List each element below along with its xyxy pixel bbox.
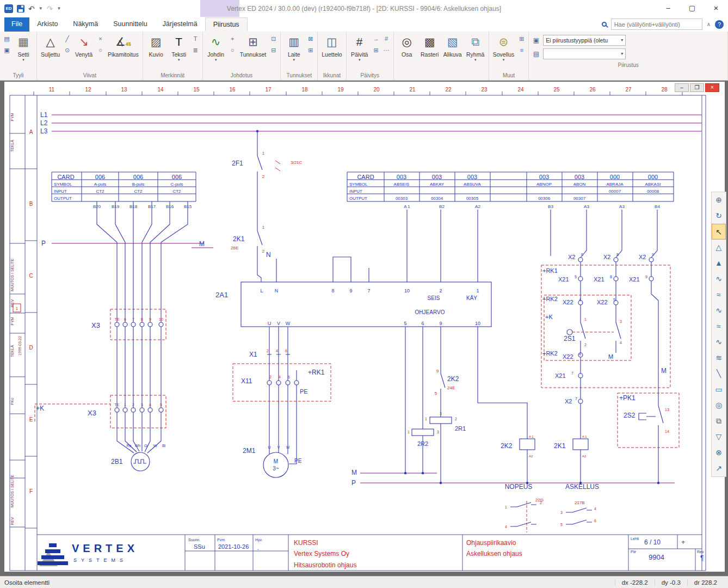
schematic-label: 1 bbox=[124, 403, 126, 407]
drawing-type-secondary-select-icon[interactable]: ▤ bbox=[532, 50, 540, 58]
rotate-tool[interactable]: ↻ bbox=[712, 208, 726, 224]
tab-piirustus[interactable]: Piirustus bbox=[205, 17, 248, 32]
close-button[interactable]: × bbox=[704, 0, 728, 17]
spline-tool-1[interactable]: ∿ bbox=[712, 271, 726, 287]
small-icon-column: ⊞≡ bbox=[516, 33, 527, 57]
schematic-label: 4 bbox=[579, 352, 581, 356]
tag-b-icon[interactable]: ⊟ bbox=[269, 46, 278, 55]
spline-tool-4[interactable]: ≈ bbox=[712, 318, 726, 334]
wire-plus-icon[interactable]: + bbox=[228, 34, 237, 44]
venyta-button[interactable]: ↘Venytä bbox=[72, 33, 95, 69]
line-tool[interactable]: ╲ bbox=[712, 366, 726, 382]
sovellus-button[interactable]: ⊜Sovellus▾ bbox=[491, 33, 517, 69]
drawing-type-select[interactable]: Ei piirustustyyppiä (oletu▾ bbox=[543, 35, 626, 46]
schematic-label: 006 bbox=[95, 174, 105, 180]
tab-suunnittelu[interactable]: Suunnittelu bbox=[106, 17, 155, 32]
drawing-type-select-icon[interactable]: ▣ bbox=[532, 36, 540, 44]
zoom-tool[interactable]: ◎ bbox=[712, 397, 726, 413]
schematic-label: +K bbox=[36, 405, 44, 412]
spline-tool-5[interactable]: ∿ bbox=[712, 334, 726, 350]
pin-tool[interactable]: ⊕ bbox=[712, 192, 726, 208]
device-x-icon[interactable]: ⊠ bbox=[306, 34, 315, 44]
line-pen-icon[interactable]: ╱ bbox=[63, 34, 72, 44]
paivita-button[interactable]: #Päivitä▾ bbox=[348, 33, 371, 69]
mdi-restore-button[interactable]: ❐ bbox=[690, 83, 704, 92]
copy-tool[interactable]: ⧉ bbox=[712, 413, 726, 429]
tab-näkymä[interactable]: Näkymä bbox=[65, 17, 106, 32]
drawing-type-secondary-select[interactable]: ▾ bbox=[543, 48, 626, 59]
spline-tool-6[interactable]: ≋ bbox=[712, 350, 726, 366]
drawing-canvas[interactable]: 111213141516171819202122232425262728ABCD… bbox=[4, 82, 725, 572]
schematic-label: Hitsausrobotin ohjaus bbox=[294, 561, 356, 569]
osa-button[interactable]: ◎Osa bbox=[396, 33, 418, 69]
schematic-label: +K bbox=[545, 314, 553, 320]
wire-node-icon[interactable]: ○ bbox=[228, 46, 237, 55]
tag-a-icon[interactable]: ⊡ bbox=[269, 34, 278, 44]
suljettu-button[interactable]: △Suljettu bbox=[39, 33, 62, 69]
misc-grid-icon[interactable]: ⊞ bbox=[517, 34, 526, 44]
schematic-label: 2 bbox=[540, 501, 542, 505]
teksti-button[interactable]: TTeksti▾ bbox=[168, 33, 190, 69]
line-o-icon[interactable]: ○ bbox=[96, 46, 105, 55]
schematic-label: 4 bbox=[276, 349, 278, 353]
tab-file[interactable]: File bbox=[4, 17, 29, 32]
tunnukset-johdotus-button[interactable]: ⊞Tunnukset bbox=[238, 33, 269, 69]
device-grid-icon[interactable]: ⊞ bbox=[306, 46, 315, 55]
export-tool[interactable]: ↗ bbox=[712, 461, 726, 476]
schematic-label: 00305 bbox=[466, 196, 479, 201]
mdi-minimize-button[interactable]: – bbox=[675, 83, 689, 92]
triangle-tool[interactable]: △ bbox=[712, 240, 726, 255]
schematic-label: N bbox=[275, 288, 279, 293]
line-x-icon[interactable]: × bbox=[96, 34, 105, 44]
setti-button[interactable]: ▦Setti▾ bbox=[12, 33, 35, 69]
update-grid-icon[interactable]: ⊞ bbox=[372, 46, 381, 55]
line-circle-icon[interactable]: ⊙ bbox=[63, 46, 72, 55]
text-lines-icon[interactable]: ≣ bbox=[191, 46, 200, 55]
maximize-button[interactable]: ▢ bbox=[680, 0, 704, 17]
schematic-label: TE bbox=[115, 317, 120, 321]
spline-tool-2[interactable]: ≈ bbox=[712, 287, 726, 303]
update-num-icon[interactable]: # bbox=[382, 34, 391, 44]
schematic-label: 7 bbox=[132, 317, 134, 321]
schematic-svg[interactable]: 111213141516171819202122232425262728ABCD… bbox=[4, 82, 725, 572]
update-run-icon[interactable]: → bbox=[372, 34, 381, 44]
luettelo-button[interactable]: ◫Luettelo bbox=[319, 33, 344, 69]
paivita-button-label: Päivitä bbox=[351, 51, 368, 58]
ryhma-button[interactable]: ⧉Ryhmä▾ bbox=[464, 33, 487, 69]
pikamitoitus-button[interactable]: ∡45Pikamitoitus bbox=[106, 33, 141, 69]
tab-järjestelmä[interactable]: Järjestelmä bbox=[155, 17, 205, 32]
update-more-icon[interactable]: ⋯ bbox=[382, 46, 391, 55]
select-tool[interactable]: ↖ bbox=[712, 224, 726, 240]
ribbon-group-tyyli: ▤▣▦Setti▾Tyyli bbox=[0, 32, 37, 80]
search-input[interactable] bbox=[611, 19, 702, 30]
switch-2S1-actuator bbox=[567, 329, 572, 335]
misc-list-icon[interactable]: ≡ bbox=[517, 46, 526, 55]
style-brush-icon[interactable]: ▤ bbox=[2, 34, 11, 44]
drawing-area: 111213141516171819202122232425262728ABCD… bbox=[0, 81, 728, 576]
schematic-label: F bbox=[29, 488, 33, 494]
delete-tool[interactable]: ⊗ bbox=[712, 445, 726, 461]
tab-arkisto[interactable]: Arkisto bbox=[29, 17, 65, 32]
spline-tool-3[interactable]: ∿ bbox=[712, 303, 726, 318]
mdi-close-button[interactable]: × bbox=[705, 83, 719, 92]
rect-select-tool[interactable]: ▭ bbox=[712, 382, 726, 397]
alikuva-button[interactable]: ▧Alikuva bbox=[441, 33, 464, 69]
style-clipboard-icon[interactable]: ▣ bbox=[2, 46, 11, 55]
help-icon[interactable]: ? bbox=[715, 20, 724, 29]
kuvio-button[interactable]: ▨Kuvio bbox=[145, 33, 168, 69]
schematic-label: 1 bbox=[262, 151, 265, 156]
schematic-label: A3 bbox=[619, 204, 625, 209]
schematic-label: 00306 bbox=[538, 196, 551, 201]
filled-triangle-tool[interactable]: ▲ bbox=[712, 255, 726, 271]
schematic-label: 00307 bbox=[573, 196, 586, 201]
text-edit-icon[interactable]: T bbox=[191, 34, 200, 44]
schematic-label: Wh bbox=[135, 444, 141, 448]
johdin-button[interactable]: ∿Johdin▾ bbox=[205, 33, 227, 69]
schematic-label: 2M1 bbox=[243, 447, 256, 455]
collapse-ribbon-icon[interactable]: ∧ bbox=[707, 21, 711, 27]
filter-tool[interactable]: ▽ bbox=[712, 429, 726, 445]
schematic-label: B3 bbox=[548, 204, 553, 209]
minimize-button[interactable]: – bbox=[656, 0, 680, 17]
rasteri-button[interactable]: ▩Rasteri bbox=[418, 33, 441, 69]
laite-button[interactable]: ▥Laite▾ bbox=[282, 33, 305, 69]
